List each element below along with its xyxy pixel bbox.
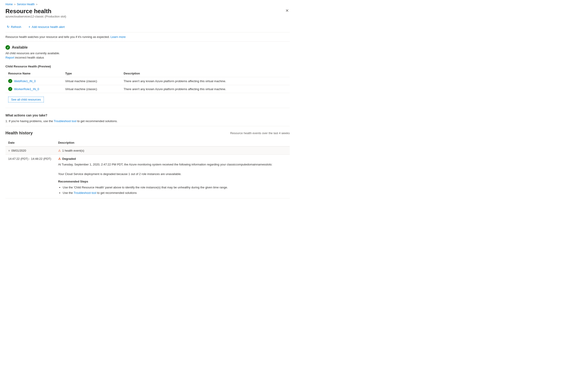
col-resource-name: Resource Name xyxy=(5,70,62,77)
learn-more-link[interactable]: Learn more xyxy=(111,35,126,39)
date-value: 09/01/2020 xyxy=(11,149,26,152)
troubleshoot-tool-link-2[interactable]: Troubleshoot tool xyxy=(73,191,96,195)
page-subtitle: azurecloudservices12-classic (Production… xyxy=(5,15,66,18)
col-type: Type xyxy=(62,70,121,77)
troubleshoot-tool-link[interactable]: Troubleshoot tool xyxy=(54,119,76,123)
history-event-row: 14:47:22 (PDT) - 14:48:22 (PDT) ⚠ Degrad… xyxy=(5,155,290,198)
resource-description: There aren't any known Azure platform pr… xyxy=(121,85,290,93)
table-row: ✓ WorkerRole1_IN_0 Virtual machine (clas… xyxy=(5,85,290,93)
resource-description: There aren't any known Azure platform pr… xyxy=(121,77,290,85)
health-history-section: Health history Resource health events ov… xyxy=(5,126,290,198)
history-title: Health history xyxy=(5,131,33,136)
info-bar: Resource health watches your resource an… xyxy=(5,32,290,42)
status-available: ✓ Available xyxy=(5,45,290,50)
col-description: Description xyxy=(121,70,290,77)
step-1: Use the 'Child Resource Health' panel ab… xyxy=(63,185,287,190)
history-date-row: ∨ 09/01/2020 ⚠ 1 health event(s) xyxy=(5,146,290,155)
event-time: 14:47:22 (PDT) - 14:48:22 (PDT) xyxy=(5,155,56,198)
degraded-body: At Tuesday, September 1, 2020, 2:47:22 P… xyxy=(58,162,287,195)
see-all-child-resources-button[interactable]: See all child resources xyxy=(8,97,44,102)
history-col-description: Description xyxy=(56,139,290,146)
history-table: Date Description ∨ 09/01/2020 ⚠ xyxy=(5,139,290,198)
actions-section: What actions can you take? 1. If you're … xyxy=(5,110,290,126)
add-alert-button[interactable]: + Add resource health alert xyxy=(27,24,66,29)
step-2: Use the Troubleshoot tool to get recomme… xyxy=(63,191,287,195)
event-count: 1 health event(s) xyxy=(62,149,84,152)
row-icon-cell: ✓ WorkerRole1_IN_0 xyxy=(8,87,60,91)
history-col-date: Date xyxy=(5,139,56,146)
refresh-icon: ↻ xyxy=(7,25,10,28)
breadcrumb: Home > Service Health > xyxy=(5,0,290,8)
date-cell: ∨ 09/01/2020 xyxy=(8,149,53,152)
row-icon-cell: ✓ WebRole1_IN_0 xyxy=(8,79,60,83)
degraded-warning-icon: ⚠ xyxy=(58,157,61,160)
table-row: ✓ WebRole1_IN_0 Virtual machine (classic… xyxy=(5,77,290,85)
actions-title: What actions can you take? xyxy=(5,113,290,117)
recommended-steps-title: Recommended Steps xyxy=(58,179,287,184)
divider-1 xyxy=(5,108,290,108)
chevron-down-icon[interactable]: ∨ xyxy=(8,149,10,152)
history-subtitle: Resource health events over the last 4 w… xyxy=(230,131,290,135)
warning-triangle-icon: ⚠ xyxy=(58,149,61,152)
report-link[interactable]: Report xyxy=(5,56,14,59)
close-button[interactable]: ✕ xyxy=(284,8,290,14)
available-icon: ✓ xyxy=(5,45,10,50)
degraded-title: ⚠ Degraded xyxy=(58,157,287,160)
child-resource-table: Resource Name Type Description ✓ WebRole… xyxy=(5,70,290,93)
event-body-2: Your Cloud Service deployment is degrade… xyxy=(58,172,287,177)
breadcrumb-home[interactable]: Home xyxy=(5,3,13,6)
action-item-1: 1. If you're having problems, use the Tr… xyxy=(5,119,290,123)
health-event-cell: ⚠ 1 health event(s) xyxy=(58,149,287,152)
status-description: All child resources are currently availa… xyxy=(5,52,290,55)
event-detail: ⚠ Degraded At Tuesday, September 1, 2020… xyxy=(56,155,290,198)
recommended-steps-list: Use the 'Child Resource Health' panel ab… xyxy=(58,185,287,195)
child-resource-section-title: Child Resource Health (Preview) xyxy=(5,65,290,68)
info-text: Resource health watches your resource an… xyxy=(5,35,110,39)
child-resource-health: Child Resource Health (Preview) Resource… xyxy=(5,65,290,106)
breadcrumb-service-health[interactable]: Service Health xyxy=(17,3,34,6)
row-available-icon: ✓ xyxy=(8,87,12,91)
breadcrumb-sep2: > xyxy=(36,3,38,6)
refresh-button[interactable]: ↻ Refresh xyxy=(5,24,23,29)
toolbar: ↻ Refresh + Add resource health alert xyxy=(5,22,290,32)
add-icon: + xyxy=(28,25,30,28)
resource-name-link[interactable]: WorkerRole1_IN_0 xyxy=(14,87,39,91)
event-body-1: At Tuesday, September 1, 2020, 2:47:22 P… xyxy=(58,162,287,167)
resource-type: Virtual machine (classic) xyxy=(62,85,121,93)
status-label: Available xyxy=(12,45,28,49)
status-section: ✓ Available All child resources are curr… xyxy=(5,42,290,61)
history-header: Health history Resource health events ov… xyxy=(5,131,290,136)
resource-type: Virtual machine (classic) xyxy=(62,77,121,85)
row-available-icon: ✓ xyxy=(8,79,12,83)
page-header: Resource health azurecloudservices12-cla… xyxy=(5,8,290,21)
breadcrumb-sep1: > xyxy=(14,3,15,6)
report-suffix: incorrect health status xyxy=(14,56,44,59)
resource-name-link[interactable]: WebRole1_IN_0 xyxy=(14,79,36,83)
page-title: Resource health xyxy=(5,8,66,15)
